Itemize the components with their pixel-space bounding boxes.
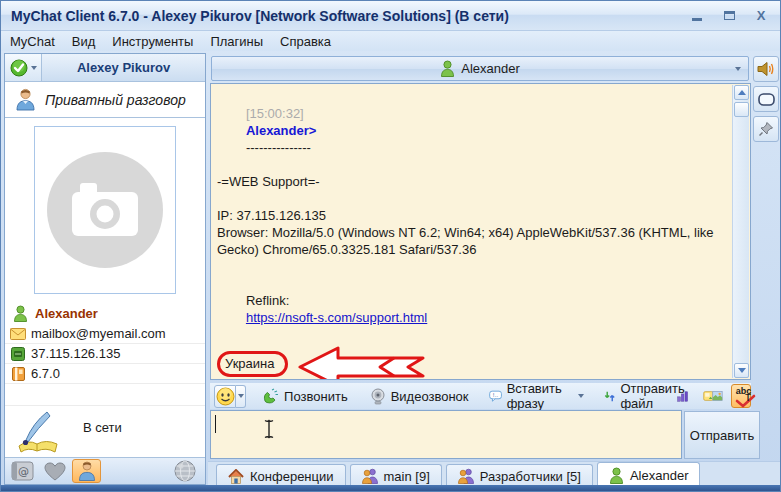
version-icon [5,367,31,381]
window-controls: X [688,8,770,24]
scroll-down-icon[interactable] [734,363,749,378]
sidebar-toolbar: @ [5,457,205,484]
phrase-bubble-icon: !.. [489,388,502,404]
window-title: MyChat Client 6.7.0 - Alexey Pikurov [Ne… [11,8,509,24]
contact-ip-row: 37.115.126.135 [5,344,205,364]
menu-view[interactable]: Вид [72,34,96,49]
call-button[interactable]: Позвонить [262,388,348,404]
chevron-down-icon [735,67,741,71]
title-bar: MyChat Client 6.7.0 - Alexey Pikurov [Ne… [1,1,780,31]
close-icon[interactable]: X [752,8,770,24]
pin-button[interactable] [753,116,779,142]
group-icon [362,468,378,484]
avatar[interactable] [34,126,176,294]
video-call-button[interactable]: Видеозвонок [370,388,469,405]
favorites-button[interactable] [40,459,69,483]
tab-main[interactable]: main [9] [350,464,442,487]
svg-text:@: @ [18,465,29,478]
contact-name: Alexander [35,306,98,321]
contact-ip: 37.115.126.135 [31,346,120,361]
annotation-row: Украина [217,346,726,380]
phone-icon [262,388,279,404]
info-empty-row [5,384,205,406]
chat-panel: Alexander [15:00:32] Alexander> - [208,53,780,487]
status-block: В сети [5,406,205,459]
chevron-down-icon [31,66,37,70]
insert-phrase-button[interactable]: !.. Вставить фразу [489,381,584,411]
heart-icon [44,462,66,481]
chat-header[interactable]: Alexander [211,56,749,81]
chat-message: IP: 37.115.126.135 [217,207,726,224]
chat-message: Browser: Mozilla/5.0 (Windows NT 6.2; Wi… [217,224,737,258]
sidebar: Alexey Pikurov Приватный разговор [4,53,206,485]
group-icon [458,468,474,484]
scroll-up-icon[interactable] [734,85,749,100]
chat-message: Reflink: https://nsoft-s.com/support.htm… [217,275,726,343]
own-user-name: Alexey Pikurov [42,54,205,81]
message-toolbar: Позвонить Видеозвонок !.. Вставить фразу [210,383,751,409]
mychat-window: MyChat Client 6.7.0 - Alexey Pikurov [Ne… [0,0,781,492]
chat-log[interactable]: [15:00:32] Alexander> --------------- -=… [210,83,751,380]
tab-alexander[interactable]: Alexander [597,462,701,487]
menu-mychat[interactable]: MyChat [10,34,55,49]
person-icon [78,461,96,481]
contact-row: Alexander [5,302,205,324]
emoticon-button[interactable] [214,385,236,408]
user-icon [15,88,36,111]
menu-tools[interactable]: Инструменты [112,34,193,49]
status-message[interactable]: В сети [83,420,122,435]
window-style-icon [758,93,775,106]
address-book-icon: @ [11,461,34,481]
status-online-icon [10,59,28,77]
tab-developers[interactable]: Разработчики [5] [446,464,593,487]
emoticon-dropdown[interactable] [236,385,246,408]
scroll-thumb[interactable] [734,102,749,117]
web-button[interactable] [170,459,199,483]
user-online-icon [609,467,624,484]
conversation-tabs: Конференции main [9] Разработчик [208,461,780,487]
tab-conferences[interactable]: Конференции [216,464,346,487]
status-button[interactable] [5,54,42,81]
menu-plugins[interactable]: Плагины [210,34,263,49]
webcam-icon [370,388,386,405]
chat-header-title: Alexander [461,61,520,76]
text-caret [215,415,216,433]
photo-area [5,118,205,302]
private-talk-label: Приватный разговор [45,92,186,108]
user-online-icon [13,305,28,322]
profile-button[interactable] [72,459,101,483]
minimize-icon[interactable] [688,8,706,24]
contacts-book-button[interactable]: @ [8,459,37,483]
ibeam-cursor [263,419,275,439]
svg-text:!..: !.. [492,392,498,398]
annotation-arrow-icon [297,346,427,380]
contact-version-row: 6.7.0 [5,364,205,384]
send-button[interactable]: Отправить [684,411,760,459]
menu-help[interactable]: Справка [280,34,331,49]
contact-version: 6.7.0 [31,366,60,381]
private-talk-row: Приватный разговор [5,82,205,118]
chat-message: [15:00:32] Alexander> --------------- [217,88,726,173]
sound-button[interactable] [753,56,779,82]
support-link[interactable]: https://nsoft-s.com/support.html [246,310,427,325]
clipped-toolbar-label: т [745,389,751,404]
contact-email-row: mailbox@myemail.com [5,324,205,344]
email-icon [5,328,31,340]
chat-scrollbar[interactable] [732,85,749,378]
window-style-button[interactable] [753,86,779,112]
send-file-arrows-icon [604,389,615,404]
menu-bar: MyChat Вид Инструменты Плагины Справка [1,31,780,51]
globe-icon [174,460,196,482]
contact-email: mailbox@myemail.com [31,326,166,341]
home-icon [228,469,244,484]
image-icon[interactable] [712,389,723,403]
chat-message: -=WEB Support=- [217,173,726,190]
maximize-icon[interactable] [720,8,738,24]
stats-chart-icon[interactable] [677,389,689,404]
message-input[interactable] [210,410,682,459]
pin-icon [758,121,774,137]
sound-icon [757,61,775,77]
ip-icon [5,347,31,361]
emoticon-icon [216,387,235,406]
camera-placeholder-icon [45,150,165,270]
